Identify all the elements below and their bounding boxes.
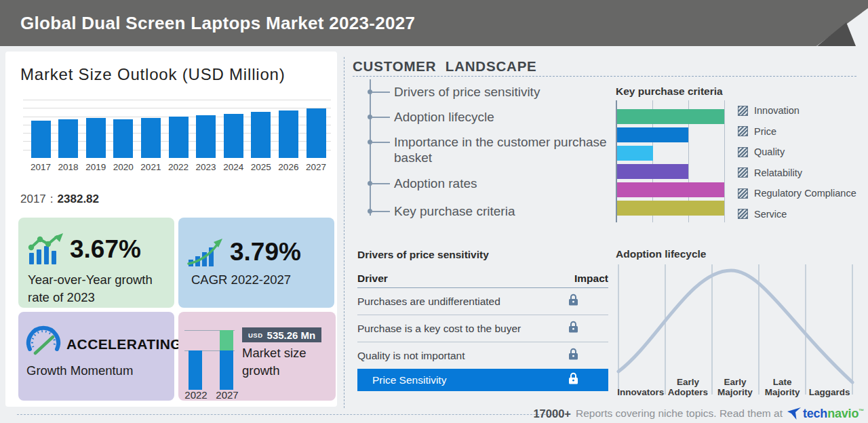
impact-cell [568, 321, 578, 336]
legend-item: Regulatory Compliance [738, 186, 867, 201]
growth-bar-increment [220, 330, 233, 350]
legend-label: Price [754, 126, 776, 137]
market-size-bar-2023 [196, 115, 216, 158]
list-bullet-dot [368, 140, 372, 144]
infographic: Global Dual Screen Laptops Market 2023-2… [0, 0, 868, 423]
brand-part-navio: navio [827, 407, 859, 420]
kpc-bar-Quality [617, 146, 653, 161]
market-size-bar-2026 [279, 110, 298, 158]
kpc-bar-Relatability [617, 164, 688, 179]
growth-label: Market size growth [242, 344, 323, 380]
year-label: 2021 [136, 162, 165, 172]
footer-text: Reports covering niche topics. Read them… [576, 407, 783, 420]
growth-year-label: 2022 [184, 389, 208, 401]
lifecycle-stage-label: Innovators [617, 387, 665, 397]
kpc-bar-Innovation [617, 109, 724, 124]
year-label: 2026 [274, 162, 302, 172]
list-bullet-dot [368, 89, 372, 94]
driver-cell: Purchase is a key cost to the buyer [357, 323, 521, 335]
brand-trademark: ™ [859, 408, 864, 414]
page-title: Global Dual Screen Laptops Market 2023-2… [20, 0, 415, 46]
key-purchase-criteria-title: Key purchase criteria [616, 85, 723, 98]
technavio-logo-link[interactable]: technavio™ [787, 407, 864, 421]
legend-swatch-icon [738, 188, 748, 199]
list-connector-line [372, 117, 390, 118]
legend-swatch-icon [738, 167, 748, 178]
technavio-arrow-icon [787, 407, 801, 420]
yoy-label: Year-over-Year growth rate of 2023 [28, 271, 167, 306]
reports-count: 17000+ [533, 407, 571, 420]
market-size-bar-2019 [86, 118, 106, 158]
impact-cell [568, 294, 578, 309]
note-value: 2382.82 [58, 193, 99, 205]
lock-icon [568, 294, 578, 306]
list-connector-line [372, 183, 390, 184]
kpc-bar-Regulatory Compliance [617, 182, 724, 197]
driver-cell: Purchases are undifferentiated [357, 296, 500, 308]
brand-part-tech: tech [803, 407, 827, 420]
kpc-gridline [724, 100, 725, 222]
bell-curve [618, 270, 852, 382]
lock-icon [568, 372, 578, 388]
note-year: 2017 [20, 193, 46, 205]
legend-label: Regulatory Compliance [754, 188, 856, 199]
price-sensitivity-table: Purchases are undifferentiated Purchase … [357, 288, 608, 369]
footer-divider [17, 414, 559, 415]
momentum-value: ACCELERATING [66, 336, 182, 352]
market-size-bar-2017 [31, 121, 51, 158]
legend-item: Service [738, 207, 867, 222]
year-label: 2020 [109, 162, 138, 172]
footer: 17000+ Reports covering niche topics. Re… [533, 404, 864, 423]
driver-cell: Quality is not important [357, 350, 465, 362]
currency-label: USD [248, 331, 263, 339]
landscape-list-item: Key purchase criteria [394, 203, 618, 219]
price-sensitivity-highlight-row: Price Sensitivity [357, 369, 608, 391]
legend-item: Price [738, 124, 867, 139]
year-label: 2027 [302, 162, 330, 172]
impact-column-header: Impact [574, 273, 608, 285]
list-connector-line [372, 92, 390, 93]
growth-value-badge: USD 535.26 Mn [242, 327, 321, 342]
lock-icon [568, 321, 578, 334]
year-label: 2025 [247, 162, 275, 172]
cagr-card: 3.79% CAGR 2022-2027 [178, 218, 334, 308]
customer-landscape-underline [353, 76, 856, 77]
yoy-growth-card: 3.67% Year-over-Year growth rate of 2023 [18, 218, 174, 308]
market-size-bar-2024 [224, 114, 243, 158]
lock-icon [568, 348, 578, 361]
legend-label: Innovation [754, 105, 800, 116]
list-bullet-dot [368, 181, 372, 186]
note-separator: : [50, 193, 54, 205]
lifecycle-stage-label: Laggards [806, 387, 853, 397]
legend-item: Innovation [738, 103, 867, 118]
kpc-bar-Price [617, 127, 688, 142]
kpc-legend: InnovationPriceQualityRelatabilityRegula… [738, 103, 867, 227]
year-label: 2022 [164, 162, 193, 172]
page-fold-decoration [812, 0, 868, 46]
growth-value: 535.26 Mn [267, 329, 316, 341]
lifecycle-stage-labels: InnovatorsEarly AdoptersEarly MajorityLa… [617, 368, 853, 397]
speedometer-icon [24, 322, 62, 356]
table-row: Purchase is a key cost to the buyer [357, 315, 608, 342]
landscape-list-spine [370, 79, 371, 216]
growth-year-label: 2027 [216, 389, 239, 401]
year-label: 2023 [192, 162, 220, 172]
legend-item: Relatability [738, 165, 867, 180]
market-size-year-labels: 2017201820192020202120222023202420252026… [23, 162, 331, 173]
driver-column-header: Driver [357, 273, 388, 285]
column-divider [344, 57, 344, 408]
price-sensitivity-table-header: Driver Impact [357, 270, 608, 288]
growth-bar-base [189, 350, 202, 390]
year-label: 2019 [81, 162, 110, 172]
landscape-list-item: Adoption rates [394, 176, 618, 191]
lifecycle-stage-label: Late Majority [759, 377, 806, 397]
impact-cell [568, 348, 578, 363]
landscape-list-item: Drivers of price sensitivity [394, 84, 618, 100]
header-bar: Global Dual Screen Laptops Market 2023-2… [0, 0, 868, 46]
market-size-bar-2022 [169, 117, 189, 158]
year-label: 2018 [54, 162, 83, 172]
yoy-value: 3.67% [70, 235, 141, 264]
bar-trend-icon [27, 233, 66, 266]
market-size-bar-chart [23, 100, 331, 158]
growth-arrow-icon [187, 238, 224, 268]
